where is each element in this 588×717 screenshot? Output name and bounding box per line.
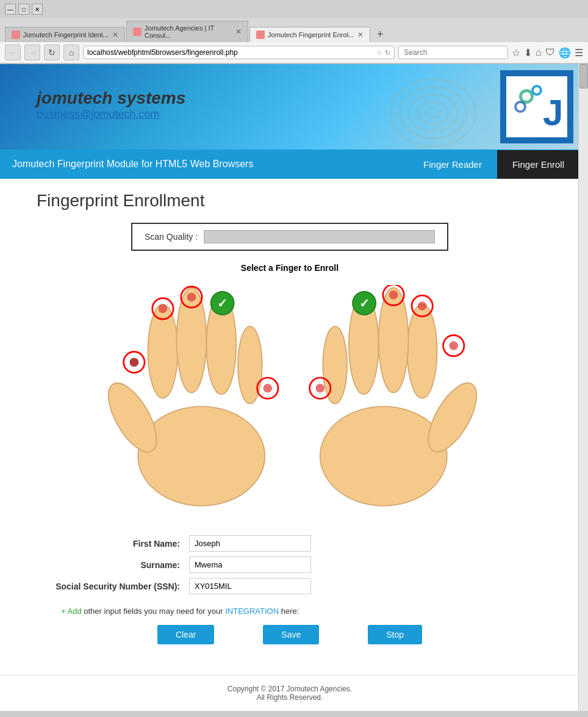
site-footer: Copyright © 2017 Jomutech Agencies. All … — [0, 675, 579, 711]
toolbar-icons: ☆ ⬇ ⌂ 🛡 🌐 ☰ — [512, 47, 583, 59]
right-hand — [320, 288, 486, 506]
fingerprint-watermark — [372, 76, 494, 150]
add-fields-suffix: here: — [281, 607, 299, 616]
svg-point-2 — [409, 95, 457, 131]
firstname-row: First Name: — [37, 535, 543, 552]
clear-button[interactable]: Clear — [157, 625, 214, 644]
tab-label-1: Jomutech Fingerprint Ident... — [23, 31, 109, 38]
footer-line2: All Rights Reserved. — [9, 693, 570, 702]
scroll-thumb[interactable] — [579, 64, 588, 88]
svg-point-12 — [138, 406, 265, 506]
site-logo: J — [500, 70, 573, 143]
finger-enroll-link[interactable]: Finger Enroll — [497, 150, 579, 179]
tab-close-3[interactable]: ✕ — [354, 31, 364, 39]
search-input[interactable] — [404, 48, 503, 57]
svg-point-0 — [390, 79, 476, 146]
save-button[interactable]: Save — [263, 625, 319, 644]
svg-point-34 — [449, 341, 457, 350]
footer-line1: Copyright © 2017 Jomutech Agencies. — [9, 685, 570, 693]
title-bar: — □ ✕ — [0, 0, 588, 18]
select-finger-text: Select a Finger to Enroll — [37, 263, 543, 273]
svg-point-7 — [522, 92, 531, 101]
svg-point-25 — [130, 358, 138, 366]
svg-point-18 — [320, 406, 447, 506]
svg-point-32 — [389, 290, 398, 299]
shield-icon[interactable]: 🛡 — [545, 47, 555, 58]
search-bar[interactable] — [398, 46, 508, 59]
svg-text:✓: ✓ — [217, 297, 228, 310]
cloud-icon[interactable]: ⬇ — [524, 47, 532, 59]
svg-point-23 — [323, 326, 347, 404]
site-email[interactable]: business@jomutech.com — [37, 108, 185, 121]
add-fields-text: + Add other input fields you may need fo… — [37, 607, 543, 616]
surname-input[interactable] — [189, 557, 311, 573]
tab-2[interactable]: Jomutech Agencies | IT Consul... ✕ — [126, 21, 248, 42]
url-bar[interactable]: ☆ ↻ — [83, 46, 395, 59]
integration-link[interactable]: INTEGRATION — [225, 607, 279, 616]
menu-icon[interactable]: ☰ — [575, 47, 583, 59]
ssn-input[interactable] — [189, 578, 311, 594]
ssn-label: Social Security Number (SSN): — [37, 582, 189, 591]
scan-quality-box: Scan Quality : — [131, 223, 448, 251]
site-title: jomutech systems — [37, 88, 185, 108]
tab-favicon-2 — [133, 27, 142, 36]
hands-area: ✓ ✓ — [37, 285, 543, 517]
tab-label-3: Jomutech Fingerprint Enrol... — [268, 31, 354, 38]
maximize-button[interactable]: □ — [18, 4, 29, 15]
tab-favicon-1 — [12, 31, 20, 39]
tab-label-2: Jomutech Agencies | IT Consul... — [145, 24, 232, 39]
surname-row: Surname: — [37, 557, 543, 573]
back-button[interactable]: ← — [5, 45, 21, 60]
svg-point-11 — [517, 103, 524, 110]
tab-close-1[interactable]: ✕ — [109, 31, 118, 39]
globe-icon[interactable]: 🌐 — [559, 47, 571, 59]
window-controls: — □ ✕ — [5, 4, 43, 15]
home-nav-icon[interactable]: ⌂ — [536, 47, 542, 58]
main-content: Fingerprint Enrollment Scan Quality : Se… — [0, 179, 579, 675]
svg-point-29 — [264, 384, 272, 392]
url-input[interactable] — [87, 48, 374, 57]
surname-label: Surname: — [37, 560, 189, 570]
svg-text:J: J — [543, 92, 563, 133]
stop-button[interactable]: Stop — [368, 625, 422, 644]
logo-svg: J — [509, 79, 564, 134]
add-link[interactable]: + Add — [61, 607, 82, 616]
svg-point-30 — [316, 384, 324, 392]
home-button[interactable]: ⌂ — [63, 45, 79, 60]
reload-button[interactable]: ↻ — [44, 45, 60, 60]
svg-point-21 — [379, 288, 409, 393]
scan-quality-bar — [204, 230, 435, 243]
tab-close-2[interactable]: ✕ — [232, 27, 242, 36]
scrollbar[interactable] — [578, 64, 588, 711]
url-icons: ☆ ↻ — [376, 49, 390, 57]
firstname-label: First Name: — [37, 539, 189, 549]
svg-text:✓: ✓ — [359, 297, 370, 310]
bookmark-star-icon[interactable]: ☆ — [376, 49, 382, 57]
header-text: jomutech systems business@jomutech.com — [37, 88, 185, 121]
svg-point-33 — [418, 301, 426, 310]
browser-chrome: — □ ✕ Jomutech Fingerprint Ident... ✕ Jo… — [0, 0, 588, 64]
page-title: Fingerprint Enrollment — [37, 191, 543, 211]
tab-3[interactable]: Jomutech Fingerprint Enrol... ✕ — [249, 27, 370, 42]
refresh-icon[interactable]: ↻ — [385, 49, 390, 57]
star-icon[interactable]: ☆ — [512, 47, 520, 59]
new-tab-button[interactable]: + — [371, 26, 389, 42]
svg-point-27 — [187, 293, 196, 301]
svg-point-20 — [407, 304, 437, 398]
logo-inner: J — [506, 76, 567, 137]
ssn-row: Social Security Number (SSN): — [37, 578, 543, 594]
forward-button[interactable]: → — [24, 45, 40, 60]
minimize-button[interactable]: — — [5, 4, 16, 15]
site-header: jomutech systems business@jomutech.com J — [0, 64, 579, 150]
svg-point-26 — [159, 304, 167, 313]
nav-links: Finger Reader Finger Enroll — [408, 150, 579, 179]
tabs-bar: Jomutech Fingerprint Ident... ✕ Jomutech… — [0, 18, 588, 42]
site-nav: Jomutech Fingerprint Module for HTML5 We… — [0, 150, 579, 179]
hands-svg: ✓ ✓ — [37, 285, 543, 517]
finger-reader-link[interactable]: Finger Reader — [408, 150, 497, 179]
tab-1[interactable]: Jomutech Fingerprint Ident... ✕ — [5, 27, 125, 42]
tab-favicon-3 — [256, 31, 265, 39]
nav-bar: ← → ↻ ⌂ ☆ ↻ ☆ ⬇ ⌂ 🛡 🌐 ☰ — [0, 42, 588, 63]
firstname-input[interactable] — [189, 535, 311, 552]
close-button[interactable]: ✕ — [32, 4, 43, 15]
